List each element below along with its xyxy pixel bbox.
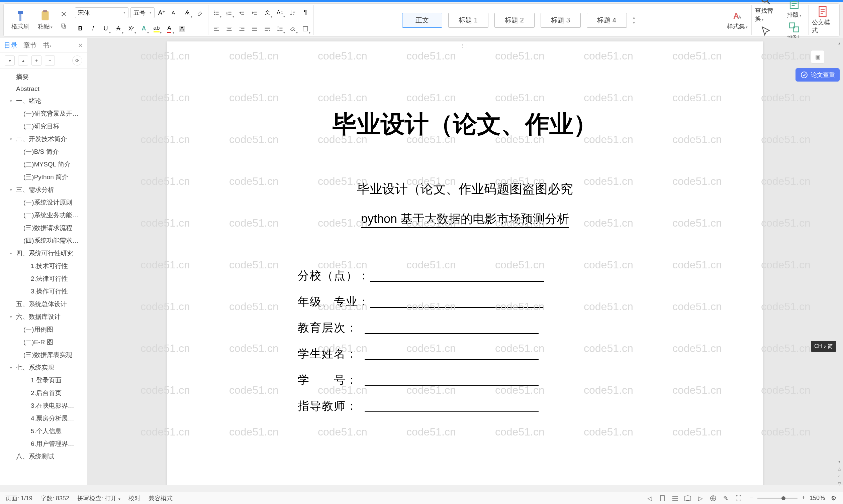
copy-button[interactable]: [58, 21, 69, 32]
align-right-button[interactable]: [237, 23, 247, 34]
nav-expand-button[interactable]: ▾: [5, 55, 15, 66]
font-size-select[interactable]: 五号▾: [131, 7, 155, 18]
highlight-button[interactable]: ab: [151, 23, 162, 34]
view-read-button[interactable]: [684, 494, 692, 502]
tree-toggle-icon[interactable]: ▾: [10, 315, 16, 319]
strikethrough-button[interactable]: A: [113, 23, 124, 34]
sort-button[interactable]: [287, 7, 298, 18]
page-down-button[interactable]: ▽: [836, 481, 842, 487]
proof-status[interactable]: 校对: [128, 494, 140, 502]
tree-item[interactable]: ▾七、系统实现: [0, 361, 87, 374]
style-h2[interactable]: 标题 2: [495, 13, 535, 28]
nav-refresh-button[interactable]: ⟳: [72, 55, 82, 66]
format-painter-button[interactable]: 格式刷: [9, 8, 32, 32]
plagiarism-check-button[interactable]: 论文查重: [795, 68, 840, 82]
tree-item[interactable]: ▾一、绪论: [0, 94, 87, 107]
numbering-button[interactable]: 123: [224, 7, 235, 18]
text-effect-button[interactable]: A: [138, 23, 149, 34]
prev-page-button[interactable]: ◁: [646, 494, 654, 502]
align-center-button[interactable]: [224, 23, 235, 34]
compat-mode-status[interactable]: 兼容模式: [149, 494, 173, 502]
tree-toggle-icon[interactable]: ▾: [10, 366, 16, 370]
dock-collapse-button[interactable]: ▣: [811, 50, 824, 64]
document-page[interactable]: ⋮⋮ code51.cncode51.cncode51.cncode51.cnc…: [167, 41, 763, 485]
tree-toggle-icon[interactable]: ▾: [10, 251, 16, 256]
find-replace-button[interactable]: 查找替换: [754, 0, 777, 24]
style-h3[interactable]: 标题 3: [540, 13, 581, 28]
tree-item[interactable]: (一)用例图: [0, 323, 87, 336]
tree-toggle-icon[interactable]: ▾: [10, 188, 16, 192]
tree-item[interactable]: (四)系统功能需求…: [0, 234, 87, 247]
tree-item[interactable]: (二)系统业务功能…: [0, 209, 87, 221]
tree-item[interactable]: 3.在映电影界…: [0, 399, 87, 412]
globe-button[interactable]: [709, 494, 717, 502]
text-direction-button[interactable]: A↕: [275, 7, 285, 18]
clear-format-button[interactable]: [195, 7, 205, 18]
zoom-in-button[interactable]: +: [799, 494, 808, 502]
font-color-button[interactable]: A: [164, 23, 175, 34]
tree-toggle-icon[interactable]: ▾: [10, 137, 16, 141]
tree-item[interactable]: (三)Python 简介: [0, 171, 87, 183]
tree-item[interactable]: 1.技术可行性: [0, 260, 87, 272]
view-outline-button[interactable]: [671, 494, 679, 502]
play-button[interactable]: ▷: [696, 494, 705, 502]
tree-item[interactable]: Abstract: [0, 83, 87, 94]
layout-button[interactable]: 排版: [783, 0, 806, 20]
tree-item[interactable]: 6.用户管理界…: [0, 437, 87, 450]
bold-button[interactable]: B: [75, 23, 86, 34]
fullscreen-button[interactable]: ⛶: [735, 494, 743, 502]
scroll-up-button[interactable]: ▴: [836, 41, 842, 47]
decrease-indent-button[interactable]: [237, 7, 247, 18]
official-mode-button[interactable]: 公文模式: [811, 4, 834, 36]
increase-indent-button[interactable]: [249, 7, 260, 18]
tree-item[interactable]: 1.登录页面: [0, 374, 87, 387]
style-body[interactable]: 正文: [402, 13, 442, 28]
paste-button[interactable]: 粘贴: [34, 8, 56, 32]
style-h1[interactable]: 标题 1: [448, 13, 488, 28]
tree-item[interactable]: (三)数据请求流程: [0, 221, 87, 234]
zoom-out-button[interactable]: −: [747, 494, 755, 502]
tree-item[interactable]: (一)系统设计原则: [0, 196, 87, 209]
zoom-value[interactable]: 150%: [810, 494, 825, 502]
tree-item[interactable]: (一)研究背景及开…: [0, 107, 87, 120]
bullets-button[interactable]: [211, 7, 222, 18]
tree-toggle-icon[interactable]: ▾: [10, 99, 16, 103]
tree-item[interactable]: ▾六、数据库设计: [0, 310, 87, 323]
tree-item[interactable]: 4.票房分析展…: [0, 412, 87, 425]
nav-close-button[interactable]: ✕: [78, 42, 83, 49]
shading-button[interactable]: [287, 23, 298, 34]
spellcheck-status[interactable]: 拼写检查: 打开 ▾: [77, 494, 120, 502]
tree-item[interactable]: 摘要: [0, 71, 87, 83]
tree-item[interactable]: ▾三、需求分析: [0, 183, 87, 196]
decrease-font-button[interactable]: A⁻: [169, 7, 180, 18]
page-indicator[interactable]: 页面: 1/19: [5, 494, 32, 502]
underline-button[interactable]: U: [100, 23, 111, 34]
nav-add-button[interactable]: +: [32, 55, 41, 66]
tree-item[interactable]: 5.个人信息: [0, 425, 87, 437]
word-count[interactable]: 字数: 8352: [40, 494, 69, 502]
tree-item[interactable]: ▾四、系统可行性研究: [0, 247, 87, 260]
page-handle-icon[interactable]: ⋮⋮: [460, 43, 470, 48]
char-shade-button[interactable]: A: [177, 23, 187, 34]
align-left-button[interactable]: [211, 23, 222, 34]
borders-button[interactable]: [300, 23, 311, 34]
tab-toc[interactable]: 目录: [4, 41, 17, 50]
tree-item[interactable]: (二)研究目标: [0, 120, 87, 133]
style-set-button[interactable]: Aᴀ 样式集: [726, 8, 749, 32]
tab-chapters[interactable]: 章节: [23, 41, 37, 50]
style-h4[interactable]: 标题 4: [587, 13, 627, 28]
tree-item[interactable]: (三)数据库表实现: [0, 348, 87, 361]
italic-button[interactable]: I: [88, 23, 98, 34]
tree-item[interactable]: 五、系统总体设计: [0, 298, 87, 310]
show-marks-button[interactable]: ¶: [300, 7, 311, 18]
zoom-slider[interactable]: [757, 498, 797, 499]
tree-item[interactable]: ▾二、开发技术简介: [0, 133, 87, 145]
tree-item[interactable]: 八、系统测试: [0, 450, 87, 463]
font-family-select[interactable]: 宋体▾: [75, 7, 128, 18]
line-spacing-button[interactable]: [275, 23, 285, 34]
superscript-button[interactable]: X²: [126, 23, 137, 34]
distribute-button[interactable]: [262, 23, 273, 34]
tree-item[interactable]: 2.后台首页: [0, 387, 87, 399]
nav-collapse-button[interactable]: ▴: [18, 55, 28, 66]
ruby-button[interactable]: 文: [262, 7, 273, 18]
